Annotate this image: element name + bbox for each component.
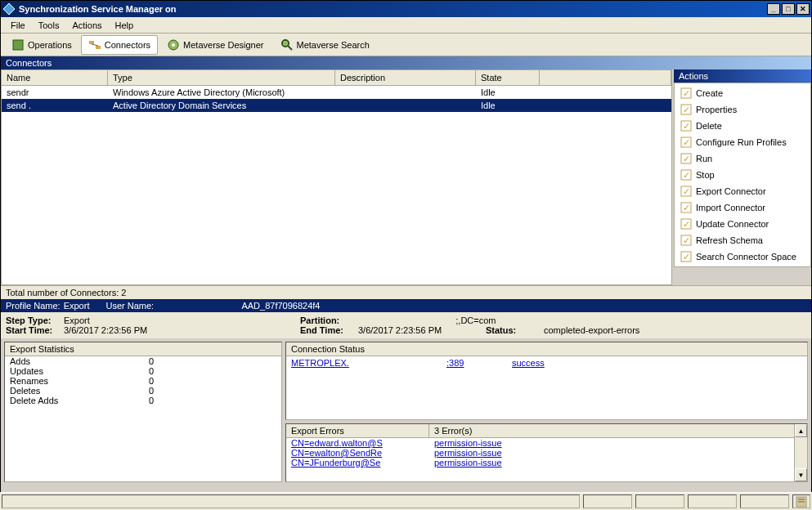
scrollbar[interactable]: ▲ ▼ <box>794 424 807 481</box>
create-icon: ✓ <box>680 87 693 100</box>
svg-point-6 <box>172 43 175 47</box>
mv-designer-icon <box>167 38 180 51</box>
end-time: 3/6/2017 2:23:56 PM <box>358 325 481 335</box>
menu-tools[interactable]: Tools <box>32 19 66 32</box>
maximize-button[interactable]: □ <box>782 3 795 15</box>
table-row[interactable]: send . Active Directory Domain Services … <box>2 99 671 112</box>
action-label: Create <box>696 88 723 98</box>
cell-type: Windows Azure Active Directory (Microsof… <box>108 87 335 98</box>
table-row[interactable]: sendr Windows Azure Active Directory (Mi… <box>2 86 671 99</box>
svg-text:✓: ✓ <box>683 186 690 196</box>
error-row[interactable]: CN=JFunderburg@Sepermission-issue <box>286 458 807 468</box>
action-label: Update Connector <box>696 219 769 229</box>
partition-label: Partition: <box>300 315 353 325</box>
svg-text:✓: ✓ <box>683 170 690 180</box>
col-name[interactable]: Name <box>2 70 108 85</box>
action-label: Stop <box>696 170 715 180</box>
toolbar-label: Operations <box>28 40 72 50</box>
error-cn[interactable]: CN=edward.walton@S <box>291 438 434 448</box>
action-configure-run-profiles[interactable]: ✓Configure Run Profiles <box>676 134 809 150</box>
status: completed-export-errors <box>544 325 639 335</box>
stat-row: Adds0 <box>5 356 281 366</box>
toolbar-connectors[interactable]: Connectors <box>81 35 158 55</box>
connection-host[interactable]: METROPLEX. <box>291 358 446 368</box>
toolbar-label: Connectors <box>105 40 150 50</box>
connectors-header: Connectors <box>1 56 811 69</box>
stat-label: Adds <box>10 356 149 366</box>
stat-label: Delete Adds <box>10 396 149 405</box>
action-import-connector[interactable]: ✓Import Connector <box>676 199 809 216</box>
close-button[interactable]: ✕ <box>796 3 810 15</box>
error-type[interactable]: permission-issue <box>434 438 502 448</box>
profile-name-label: Profile Name: <box>6 301 61 311</box>
cell-state: Idle <box>476 100 540 111</box>
toolbar-metaverse-designer[interactable]: Metaverse Designer <box>159 35 271 55</box>
action-update-connector[interactable]: ✓Update Connector <box>676 216 809 232</box>
profile-name: Export <box>64 301 90 311</box>
action-refresh-schema[interactable]: ✓Refresh Schema <box>676 232 809 248</box>
toolbar: Operations Connectors Metaverse Designer… <box>1 34 811 56</box>
status-icon[interactable] <box>792 494 810 508</box>
svg-text:✓: ✓ <box>683 154 690 163</box>
actions-panel: Actions ✓Create ✓Properties ✓Delete ✓Con… <box>674 69 811 285</box>
status-segment <box>2 494 580 508</box>
mv-search-icon <box>280 38 294 51</box>
col-description[interactable]: Description <box>335 70 476 85</box>
action-label: Run <box>696 154 712 163</box>
svg-rect-2 <box>89 41 94 44</box>
end-time-label: End Time: <box>300 325 353 335</box>
toolbar-metaverse-search[interactable]: Metaverse Search <box>273 35 377 55</box>
menu-help[interactable]: Help <box>109 19 141 32</box>
error-row[interactable]: CN=ewalton@SendRepermission-issue <box>286 448 807 458</box>
toolbar-operations[interactable]: Operations <box>4 35 79 55</box>
actions-header: Actions <box>674 69 811 83</box>
action-properties[interactable]: ✓Properties <box>676 101 809 118</box>
export-errors-header: Export Errors <box>286 424 429 437</box>
error-type[interactable]: permission-issue <box>434 448 502 458</box>
col-type[interactable]: Type <box>108 70 335 85</box>
run-details: Step Type:Export Start Time:3/6/2017 2:2… <box>1 312 811 338</box>
action-label: Search Connector Space <box>696 252 796 262</box>
stat-value: 0 <box>149 396 154 405</box>
connectors-grid: Name Type Description State sendr Window… <box>1 69 672 285</box>
error-row[interactable]: CN=edward.walton@Spermission-issue <box>286 438 807 448</box>
grid-body[interactable]: sendr Windows Azure Active Directory (Mi… <box>2 86 671 273</box>
stat-row: Deletes0 <box>5 386 281 396</box>
connection-port[interactable]: :389 <box>446 358 512 368</box>
status-segment <box>583 494 632 508</box>
connection-status-header: Connection Status <box>286 342 807 356</box>
minimize-button[interactable]: _ <box>767 3 780 15</box>
menu-file[interactable]: File <box>4 19 32 32</box>
svg-text:✓: ✓ <box>683 137 690 147</box>
scroll-up-button[interactable]: ▲ <box>795 424 807 437</box>
stat-row: Updates0 <box>5 366 281 376</box>
svg-text:✓: ✓ <box>683 252 690 262</box>
error-cn[interactable]: CN=JFunderburg@Se <box>291 458 434 468</box>
stop-icon: ✓ <box>680 168 693 181</box>
action-delete[interactable]: ✓Delete <box>676 118 809 134</box>
status-segment <box>740 494 789 508</box>
properties-icon: ✓ <box>680 103 693 116</box>
cell-desc <box>335 87 476 98</box>
menu-actions[interactable]: Actions <box>65 19 108 32</box>
step-type-label: Step Type: <box>6 315 59 325</box>
action-run[interactable]: ✓Run <box>676 150 809 167</box>
stat-value: 0 <box>149 356 154 366</box>
cell-name: send . <box>2 100 108 111</box>
svg-text:✓: ✓ <box>683 219 690 229</box>
action-search-connector-space[interactable]: ✓Search Connector Space <box>676 248 809 265</box>
connection-status-panel: Connection Status METROPLEX. :389 succes… <box>285 342 808 420</box>
scroll-down-button[interactable]: ▼ <box>795 468 807 481</box>
col-state[interactable]: State <box>476 70 540 85</box>
search-icon: ✓ <box>680 250 693 263</box>
step-type: Export <box>64 315 90 325</box>
action-stop[interactable]: ✓Stop <box>676 167 809 183</box>
export-stats-header: Export Statistics <box>5 342 281 356</box>
action-create[interactable]: ✓Create <box>676 85 809 101</box>
action-export-connector[interactable]: ✓Export Connector <box>676 183 809 199</box>
error-type[interactable]: permission-issue <box>434 458 502 468</box>
import-icon: ✓ <box>680 201 693 214</box>
error-cn[interactable]: CN=ewalton@SendRe <box>291 448 434 458</box>
connection-result[interactable]: success <box>512 358 545 368</box>
profile-bar: Profile Name: Export User Name: AAD_87f7… <box>1 299 811 312</box>
